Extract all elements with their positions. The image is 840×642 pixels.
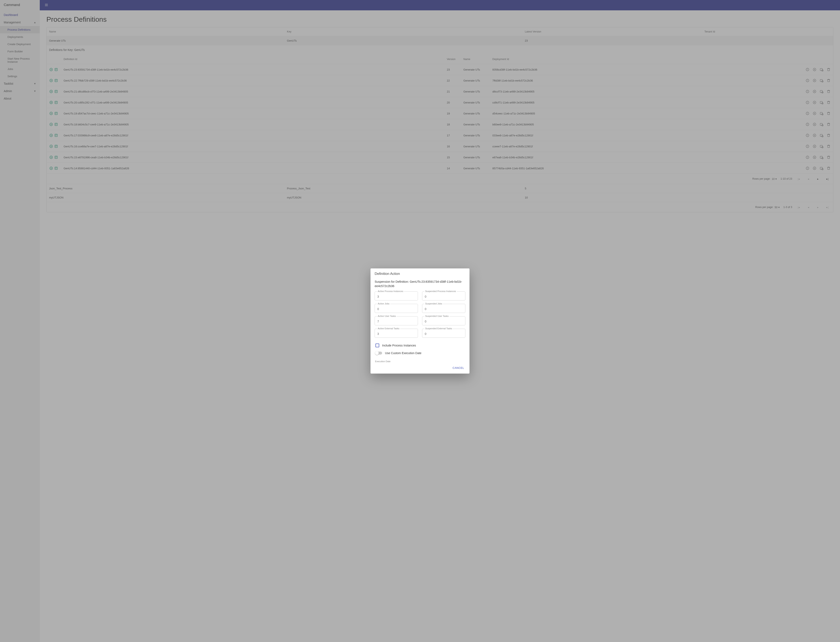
stat-field: Suspended Jobs0: [422, 304, 465, 313]
stat-field: Suspended Process Instances0: [422, 292, 465, 300]
stat-field: Active Process Instances3: [375, 292, 418, 300]
include-label: Include Process Instances: [382, 344, 416, 347]
definition-action-dialog: Definition Action Suspension for Definit…: [370, 268, 470, 374]
stat-field: Active External Tasks3: [375, 329, 418, 338]
modal-scrim[interactable]: Definition Action Suspension for Definit…: [0, 0, 840, 642]
stat-field: Suspended User Tasks0: [422, 316, 465, 325]
stat-field: Active User Tasks7: [375, 316, 418, 325]
stat-field: Suspended External Tasks0: [422, 329, 465, 338]
cancel-button[interactable]: CANCEL: [450, 365, 466, 371]
dialog-title: Definition Action: [370, 268, 470, 277]
custom-date-label: Use Custom Execution Date: [385, 352, 421, 355]
stat-field: Active Jobs0: [375, 304, 418, 313]
include-process-instances-checkbox[interactable]: [375, 344, 379, 347]
use-custom-date-toggle[interactable]: [375, 352, 382, 355]
execution-date-label: Execution Date: [375, 360, 465, 363]
dialog-subtitle: Suspension for Definition: GenUTs:23:835…: [375, 277, 465, 292]
